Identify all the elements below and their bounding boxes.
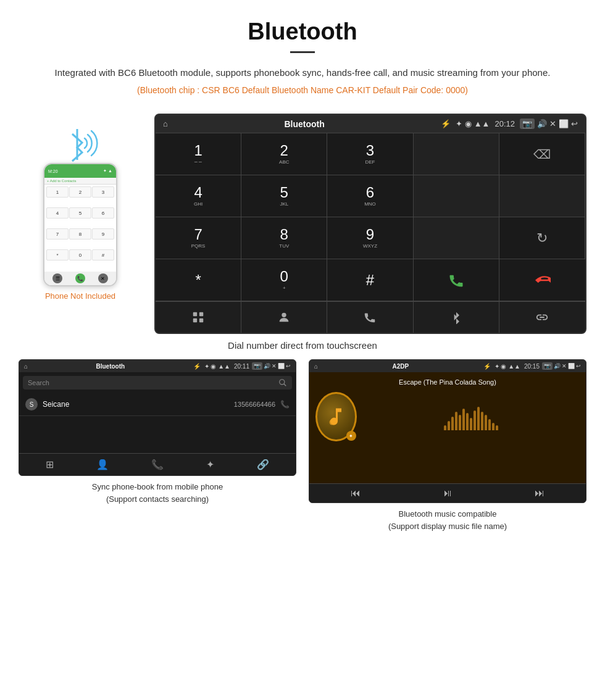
music-prev-icon[interactable]: ⏮ bbox=[351, 488, 361, 499]
eq-bar-7 bbox=[466, 413, 469, 430]
music-back[interactable]: ↩ bbox=[576, 363, 581, 369]
dial-key-1[interactable]: 1∽∽ bbox=[156, 133, 241, 175]
call-green-icon bbox=[448, 272, 465, 289]
contact-number: 13566664466 bbox=[234, 401, 275, 408]
dial-key-6[interactable]: 6MNO bbox=[327, 175, 413, 217]
pb-close[interactable]: ✕ bbox=[272, 363, 277, 369]
pb-status-icons: ✦ ◉ ▲▲ bbox=[204, 363, 230, 370]
svg-rect-1 bbox=[536, 279, 549, 280]
music-camera[interactable]: 📷 bbox=[542, 362, 553, 370]
dial-refresh-btn[interactable]: ↻ bbox=[499, 217, 585, 259]
dial-key-4[interactable]: 4GHI bbox=[156, 175, 241, 217]
page-header: Bluetooth Integrated with BC6 Bluetooth … bbox=[0, 0, 605, 114]
dial-call-green-btn[interactable] bbox=[414, 259, 499, 301]
dial-back-icon[interactable]: ↩ bbox=[571, 119, 578, 128]
bluetooth-signal-wrapper bbox=[56, 126, 105, 163]
contacts-icon bbox=[277, 310, 291, 324]
dial-status-bar: ⌂ Bluetooth ⚡ ✦ ◉ ▲▲ 20:12 📷 🔊 ✕ ⬜ ↩ bbox=[156, 115, 585, 133]
phone-btn-end[interactable]: ✕ bbox=[98, 273, 108, 283]
phone-key-star[interactable]: * bbox=[46, 249, 69, 260]
bottom-screenshots: ⌂ Bluetooth ⚡ ✦ ◉ ▲▲ 20:11 📷 🔊 ✕ ⬜ ↩ Sea… bbox=[0, 359, 605, 532]
music-status-icons: ✦ ◉ ▲▲ bbox=[494, 363, 520, 370]
eq-bar-10 bbox=[477, 407, 480, 430]
eq-bar-2 bbox=[448, 421, 450, 430]
phone-key-4[interactable]: 4 bbox=[46, 207, 69, 219]
pb-phone-icon[interactable]: 📞 bbox=[151, 459, 164, 470]
phone-device: M:20 ✦ ▲ + Add to Contacts 1 2 3 4 5 6 7… bbox=[43, 163, 117, 286]
dial-bottom-phone-icon[interactable] bbox=[327, 302, 413, 333]
dial-key-9[interactable]: 9WXYZ bbox=[327, 217, 413, 259]
music-next-icon[interactable]: ⏭ bbox=[535, 488, 544, 499]
dial-close-icon[interactable]: ✕ bbox=[549, 119, 556, 128]
music-usb-icon: ⚡ bbox=[483, 363, 491, 370]
dial-key-star[interactable]: * bbox=[156, 259, 241, 301]
svg-rect-5 bbox=[199, 319, 203, 322]
svg-rect-3 bbox=[199, 312, 203, 316]
call-red-icon bbox=[533, 272, 551, 289]
phonebook-caption: Sync phone-book from mobile phone(Suppor… bbox=[92, 481, 223, 505]
dial-camera-icon[interactable]: 📷 bbox=[520, 119, 535, 129]
eq-bar-9 bbox=[474, 410, 476, 430]
pb-link-icon[interactable]: 🔗 bbox=[257, 459, 269, 470]
phone-key-6[interactable]: 6 bbox=[92, 207, 114, 219]
eq-bar-12 bbox=[485, 415, 487, 430]
phonebook-item: ⌂ Bluetooth ⚡ ✦ ◉ ▲▲ 20:11 📷 🔊 ✕ ⬜ ↩ Sea… bbox=[19, 359, 296, 532]
phone-key-7[interactable]: 7 bbox=[46, 228, 69, 240]
dial-key-7[interactable]: 7PQRS bbox=[156, 217, 241, 259]
phone-key-3[interactable]: 3 bbox=[92, 186, 114, 198]
dial-key-5[interactable]: 5JKL bbox=[241, 175, 327, 217]
dial-screen-title: Bluetooth bbox=[168, 119, 441, 129]
phone-key-1[interactable]: 1 bbox=[46, 186, 69, 198]
svg-line-8 bbox=[284, 384, 286, 386]
pb-back[interactable]: ↩ bbox=[286, 363, 291, 369]
dial-home-icon[interactable]: ⌂ bbox=[163, 119, 168, 128]
phone-key-hash[interactable]: # bbox=[92, 249, 114, 260]
pb-volume[interactable]: 🔊 bbox=[264, 363, 270, 369]
pb-user-icon[interactable]: 👤 bbox=[96, 459, 109, 470]
dial-key-3[interactable]: 3DEF bbox=[327, 133, 413, 175]
dial-screen: ⌂ Bluetooth ⚡ ✦ ◉ ▲▲ 20:12 📷 🔊 ✕ ⬜ ↩ 1∽∽… bbox=[154, 114, 586, 334]
phone-key-9[interactable]: 9 bbox=[92, 228, 114, 240]
dial-bottom-contacts-icon[interactable] bbox=[241, 302, 327, 333]
phone-top-bar: M:20 ✦ ▲ bbox=[44, 164, 116, 178]
search-placeholder: Search bbox=[28, 379, 49, 386]
dial-empty-r2c4 bbox=[414, 175, 499, 217]
dial-bottom-link-icon[interactable] bbox=[499, 302, 585, 333]
dial-key-0[interactable]: 0+ bbox=[241, 259, 327, 301]
main-content: M:20 ✦ ▲ + Add to Contacts 1 2 3 4 5 6 7… bbox=[0, 114, 605, 334]
phone-btn-menu[interactable]: ☰ bbox=[52, 273, 62, 283]
dial-backspace-btn[interactable]: ⌫ bbox=[499, 133, 585, 175]
eq-bar-1 bbox=[444, 425, 446, 430]
pb-grid-icon[interactable]: ⊞ bbox=[46, 459, 54, 470]
pb-bt-icon[interactable]: ✦ bbox=[206, 459, 214, 470]
pb-camera[interactable]: 📷 bbox=[252, 362, 262, 370]
phone-key-8[interactable]: 8 bbox=[69, 228, 91, 240]
music-controls-bar: ⏮ ⏯ ⏭ bbox=[309, 483, 586, 502]
eq-bar-11 bbox=[481, 412, 483, 430]
dial-key-8[interactable]: 8TUV bbox=[241, 217, 327, 259]
phonebook-search-bar[interactable]: Search bbox=[23, 376, 292, 390]
phone-bar-icons: ✦ ▲ bbox=[103, 169, 112, 173]
dial-call-red-btn[interactable] bbox=[499, 259, 585, 301]
phone-key-0[interactable]: 0 bbox=[69, 249, 91, 260]
dial-bottom-bluetooth-icon[interactable] bbox=[414, 302, 499, 333]
dial-usb-icon: ⚡ bbox=[441, 119, 451, 128]
dial-key-2[interactable]: 2ABC bbox=[241, 133, 327, 175]
music-close[interactable]: ✕ bbox=[562, 363, 567, 369]
pb-window[interactable]: ⬜ bbox=[278, 363, 285, 369]
phone-key-2[interactable]: 2 bbox=[69, 186, 91, 198]
phonebook-call-icon[interactable]: 📞 bbox=[280, 400, 290, 409]
dial-window-icon[interactable]: ⬜ bbox=[559, 119, 569, 128]
music-volume[interactable]: 🔊 bbox=[554, 363, 561, 369]
svg-point-9 bbox=[330, 420, 335, 425]
phonebook-contact-row[interactable]: S Seicane 13566664466 📞 bbox=[19, 393, 296, 416]
music-equalizer bbox=[363, 406, 580, 430]
dial-bottom-grid-icon[interactable] bbox=[156, 302, 241, 333]
dial-key-hash[interactable]: # bbox=[327, 259, 413, 301]
phone-bar-contact: M:20 bbox=[48, 169, 58, 173]
dial-volume-icon[interactable]: 🔊 bbox=[537, 119, 547, 128]
phone-key-5[interactable]: 5 bbox=[69, 207, 91, 219]
music-window[interactable]: ⬜ bbox=[568, 363, 575, 369]
music-play-pause-icon[interactable]: ⏯ bbox=[443, 488, 453, 499]
phone-btn-call[interactable]: 📞 bbox=[75, 273, 85, 283]
